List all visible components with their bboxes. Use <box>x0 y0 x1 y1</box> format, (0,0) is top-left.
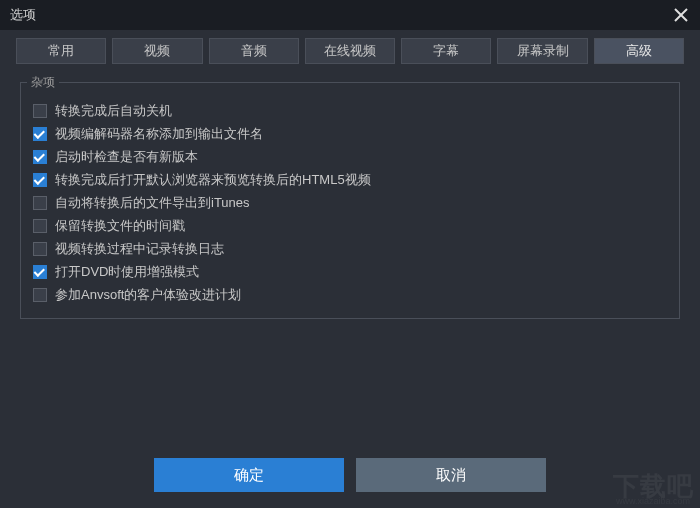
check-label: 保留转换文件的时间戳 <box>55 217 185 235</box>
check-label: 自动将转换后的文件导出到iTunes <box>55 194 250 212</box>
checkbox-icon <box>33 242 47 256</box>
cancel-button[interactable]: 取消 <box>356 458 546 492</box>
close-button[interactable] <box>662 0 700 30</box>
title-bar: 选项 <box>0 0 700 30</box>
check-cep[interactable]: 参加Anvsoft的客户体验改进计划 <box>33 283 667 306</box>
check-label: 转换完成后自动关机 <box>55 102 172 120</box>
check-keep-timestamp[interactable]: 保留转换文件的时间戳 <box>33 214 667 237</box>
checkbox-icon <box>33 219 47 233</box>
checkbox-icon <box>33 150 47 164</box>
check-label: 参加Anvsoft的客户体验改进计划 <box>55 286 241 304</box>
checkbox-icon <box>33 173 47 187</box>
check-dvd-enhanced[interactable]: 打开DVD时使用增强模式 <box>33 260 667 283</box>
close-icon <box>673 7 689 23</box>
checkbox-icon <box>33 288 47 302</box>
watermark-url: www.xiazaiba.com <box>616 496 690 506</box>
check-label: 视频编解码器名称添加到输出文件名 <box>55 125 263 143</box>
tab-video[interactable]: 视频 <box>112 38 202 64</box>
tab-online-video[interactable]: 在线视频 <box>305 38 395 64</box>
misc-legend: 杂项 <box>27 74 59 91</box>
tab-general[interactable]: 常用 <box>16 38 106 64</box>
tab-advanced[interactable]: 高级 <box>594 38 684 64</box>
tab-subtitle[interactable]: 字幕 <box>401 38 491 64</box>
window-title: 选项 <box>10 6 36 24</box>
check-itunes-export[interactable]: 自动将转换后的文件导出到iTunes <box>33 191 667 214</box>
tab-audio[interactable]: 音频 <box>209 38 299 64</box>
checkbox-icon <box>33 196 47 210</box>
check-label: 视频转换过程中记录转换日志 <box>55 240 224 258</box>
check-html5-preview[interactable]: 转换完成后打开默认浏览器来预览转换后的HTML5视频 <box>33 168 667 191</box>
ok-button[interactable]: 确定 <box>154 458 344 492</box>
check-label: 启动时检查是否有新版本 <box>55 148 198 166</box>
check-label: 打开DVD时使用增强模式 <box>55 263 199 281</box>
tab-bar: 常用 视频 音频 在线视频 字幕 屏幕录制 高级 <box>0 30 700 68</box>
misc-group: 杂项 转换完成后自动关机 视频编解码器名称添加到输出文件名 启动时检查是否有新版… <box>20 82 680 319</box>
dialog-buttons: 确定 取消 <box>0 458 700 492</box>
check-codec-filename[interactable]: 视频编解码器名称添加到输出文件名 <box>33 122 667 145</box>
check-update[interactable]: 启动时检查是否有新版本 <box>33 145 667 168</box>
check-auto-shutdown[interactable]: 转换完成后自动关机 <box>33 99 667 122</box>
check-label: 转换完成后打开默认浏览器来预览转换后的HTML5视频 <box>55 171 371 189</box>
tab-screen-record[interactable]: 屏幕录制 <box>497 38 587 64</box>
checkbox-icon <box>33 127 47 141</box>
check-log[interactable]: 视频转换过程中记录转换日志 <box>33 237 667 260</box>
checkbox-icon <box>33 104 47 118</box>
checkbox-icon <box>33 265 47 279</box>
